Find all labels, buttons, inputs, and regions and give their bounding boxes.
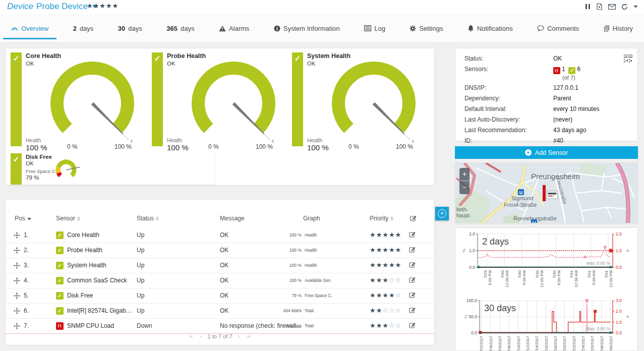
sensor-ok-icon: ✓: [56, 262, 64, 269]
priority-stars[interactable]: ★★★★★: [370, 246, 401, 254]
subway-icon: U: [518, 189, 524, 195]
gauge-min-label: 0 %: [208, 143, 219, 150]
gauge-max-label: 100 %: [256, 143, 273, 150]
sensor-mini-graph[interactable]: Health100 %: [303, 246, 364, 255]
channel-value: 100 %: [26, 143, 47, 152]
tab-settings[interactable]: Settings: [407, 14, 445, 42]
gauge-icon: [11, 25, 18, 32]
sensor-mini-graph[interactable]: Health100 %: [303, 230, 364, 240]
sensor-name-link[interactable]: Disk Free: [67, 292, 93, 299]
sensor-mini-graph[interactable]: TotalNo data: [303, 321, 364, 331]
tab-notifications[interactable]: Notifications: [465, 14, 515, 42]
report-icon[interactable]: [596, 3, 603, 10]
tab-30-days[interactable]: 30days: [116, 14, 144, 42]
gauge-tile-core-health[interactable]: ✓ Core Health OK x̄ Health100 % 0 % 100 …: [11, 52, 148, 152]
tab-365-days[interactable]: 365days: [164, 14, 196, 42]
svg-text:50.0: 50.0: [469, 314, 477, 319]
move-handle-icon[interactable]: [14, 323, 20, 331]
edit-icon[interactable]: [409, 246, 416, 254]
column-header-status[interactable]: Status: [137, 215, 159, 222]
sensor-name-link[interactable]: SNMP CPU Load: [67, 322, 114, 329]
gauge-title: Disk Free: [26, 154, 52, 160]
sensor-ok-icon: ✓: [56, 247, 64, 254]
add-object-button[interactable]: +: [435, 207, 449, 220]
gauge-tile-probe-health[interactable]: ✓ Probe Health OK x̄ Health100 % 0 % 100…: [152, 52, 289, 152]
svg-text:6:00 AM: 6:00 AM: [522, 270, 526, 285]
zoom-out-button[interactable]: −: [459, 181, 470, 194]
priority-stars[interactable]: ★★★★★: [370, 231, 401, 239]
column-header-sensor[interactable]: Sensor: [56, 215, 80, 222]
sensor-mini-graph[interactable]: Health100 %: [303, 261, 364, 270]
move-handle-icon[interactable]: [14, 232, 20, 240]
tab-2-days[interactable]: 2days: [71, 14, 96, 42]
svg-text:12:00 AM: 12:00 AM: [574, 270, 578, 287]
column-header-pos[interactable]: Pos: [15, 215, 31, 222]
sensor-mini-graph[interactable]: Free Space C:79 %: [303, 291, 364, 301]
priority-stars[interactable]: ★★★☆☆: [370, 322, 401, 329]
graph-2-days[interactable]: 0.01.02.00.01.02.0%#2 daysMax: 0.00 %7/2…: [459, 229, 634, 298]
sensor-name-link[interactable]: Intel[R] 82574L Gigabit ...: [67, 307, 133, 314]
column-header-message[interactable]: Message: [220, 215, 245, 222]
sensor-name-link[interactable]: Common SaaS Check: [67, 277, 127, 284]
move-handle-icon[interactable]: [14, 308, 20, 316]
map-label-edge: beth-: [456, 207, 468, 212]
down-sensors-count[interactable]: 1: [562, 66, 565, 73]
edit-icon[interactable]: [409, 276, 416, 284]
move-handle-icon[interactable]: [14, 277, 20, 285]
column-header-priority[interactable]: Priority: [370, 215, 393, 222]
up-sensors-icon[interactable]: ✓: [568, 67, 575, 74]
sensor-status: Up: [137, 292, 144, 299]
move-handle-icon[interactable]: [14, 262, 20, 270]
qr-code-icon[interactable]: [624, 54, 632, 64]
priority-stars[interactable]: ★★★★★: [370, 261, 401, 269]
svg-text:7/30: 7/30: [552, 270, 557, 278]
email-icon[interactable]: [608, 4, 616, 10]
tab-overview[interactable]: Overview: [9, 14, 50, 42]
sensor-message: OK: [220, 262, 228, 269]
down-sensors-icon[interactable]: !!: [553, 67, 560, 74]
edit-icon[interactable]: [409, 322, 416, 330]
column-header-edit[interactable]: [410, 215, 417, 221]
table-row: 6.✓Intel[R] 82574L Gigabit ...UpOKTotal4…: [6, 304, 434, 319]
column-header-graph[interactable]: Graph: [303, 215, 320, 222]
up-sensors-count[interactable]: 6: [577, 66, 580, 73]
sensor-name-link[interactable]: Probe Health: [67, 247, 102, 254]
priority-stars[interactable]: ★★★☆☆: [370, 276, 401, 284]
page-next-button[interactable]: ›: [238, 333, 240, 340]
sensor-mini-graph[interactable]: Available Sen100 %: [303, 276, 364, 285]
page-last-button[interactable]: »: [247, 333, 250, 340]
graph-30-days[interactable]: 0.050.0100.00.01.02.03.0%#30 daysMax: 0.…: [459, 297, 634, 351]
sensor-name-link[interactable]: Core Health: [67, 231, 99, 239]
tab-system-information[interactable]: System Information: [272, 14, 342, 42]
tab-log[interactable]: Log: [362, 14, 387, 42]
edit-icon[interactable]: [409, 307, 416, 315]
table-row: 1.✓Core HealthUpOKHealth100 %★★★★★: [6, 228, 434, 243]
zoom-in-button[interactable]: +: [459, 168, 470, 181]
move-handle-icon[interactable]: [14, 292, 20, 301]
sensor-mini-graph[interactable]: Total464 kbit/s: [303, 306, 364, 316]
svg-text:7/26/2017: 7/26/2017: [590, 335, 595, 351]
mini-graphs-panel: 0.01.02.00.01.02.0%#2 daysMax: 0.00 %7/2…: [455, 227, 638, 351]
refresh-icon[interactable]: [621, 4, 628, 10]
geo-map-panel[interactable]: Preungesheim Sigmund Freud-Straße Kreuzs…: [455, 162, 638, 223]
tab-history[interactable]: History: [602, 14, 635, 42]
device-priority-stars[interactable]: ★★★★★: [87, 2, 119, 10]
priority-stars[interactable]: ★★★★☆: [370, 291, 401, 299]
gauge-tile-disk-free[interactable]: ✓ Disk Free OK Free Space C: 79 %: [11, 153, 215, 185]
move-handle-icon[interactable]: [14, 247, 20, 255]
page-first-button[interactable]: «: [190, 333, 193, 340]
gauge-tile-system-health[interactable]: ✓ System Health OK x̄ Health100 % 0 % 10…: [292, 52, 429, 152]
add-sensor-button[interactable]: +Add Sensor: [455, 146, 638, 159]
map-label-edge: haupt-: [456, 213, 471, 218]
pause-icon[interactable]: [585, 4, 591, 10]
tab-alarms[interactable]: Alarms: [217, 14, 251, 42]
priority-stars[interactable]: ★★☆☆☆: [370, 307, 401, 314]
caret-down-icon[interactable]: [633, 5, 638, 8]
sensor-message: OK: [220, 292, 228, 299]
sensor-name-link[interactable]: System Health: [67, 262, 106, 269]
edit-icon[interactable]: [409, 231, 416, 239]
edit-icon[interactable]: [409, 291, 416, 300]
page-prev-button[interactable]: ‹: [200, 333, 202, 340]
tab-comments[interactable]: Comments: [535, 14, 581, 42]
edit-icon[interactable]: [409, 261, 416, 269]
